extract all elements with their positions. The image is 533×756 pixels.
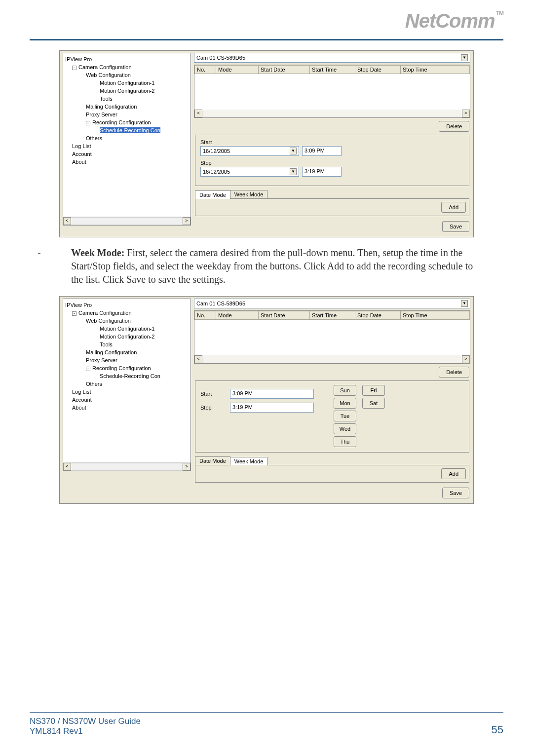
stop-time-input[interactable]: 3:19 PM: [230, 403, 314, 413]
col-mode[interactable]: Mode: [216, 311, 259, 320]
tree-web-config[interactable]: Web Configuration: [65, 317, 190, 325]
camera-select[interactable]: Cam 01 CS-589D65 ▼: [194, 299, 470, 308]
scroll-track[interactable]: [202, 110, 462, 117]
tree-schedule[interactable]: Schedule-Recording Con: [65, 126, 190, 134]
add-button[interactable]: Add: [441, 202, 466, 213]
chevron-down-icon[interactable]: ▼: [461, 54, 468, 61]
col-start-time[interactable]: Start Time: [310, 311, 355, 320]
scroll-track[interactable]: [71, 217, 183, 225]
scroll-left-icon[interactable]: <: [63, 217, 71, 225]
tree-tools[interactable]: Tools: [65, 340, 190, 348]
delete-button[interactable]: Delete: [439, 367, 469, 378]
delete-button[interactable]: Delete: [439, 121, 469, 132]
tab-week-mode[interactable]: Week Mode: [230, 457, 268, 465]
tab-date-mode[interactable]: Date Mode: [195, 456, 230, 465]
col-start-date[interactable]: Start Date: [259, 65, 310, 74]
footer-rev: YML814 Rev1: [30, 726, 141, 736]
table-header: No. Mode Start Date Start Time Stop Date…: [194, 311, 470, 320]
camera-select[interactable]: Cam 01 CS-589D65 ▼: [194, 53, 470, 63]
tree-camera-config[interactable]: -Camera Configuration: [65, 309, 190, 317]
start-label: Start: [200, 139, 464, 145]
tree-motion-2[interactable]: Motion Configuration-2: [65, 87, 190, 95]
scroll-left-icon[interactable]: <: [63, 463, 71, 471]
day-sat[interactable]: Sat: [362, 398, 385, 409]
col-no[interactable]: No.: [194, 65, 216, 74]
start-date-input[interactable]: 16/12/2005 ▼: [200, 146, 299, 156]
tab-week-mode[interactable]: Week Mode: [230, 190, 268, 198]
nav-tree[interactable]: IPView Pro -Camera Configuration Web Con…: [63, 299, 191, 471]
tree-web-config[interactable]: Web Configuration: [65, 71, 190, 79]
chevron-down-icon[interactable]: ▼: [290, 148, 297, 154]
scroll-right-icon[interactable]: >: [183, 463, 190, 471]
brand-tm: TM: [496, 10, 503, 17]
tab-panel: Add: [195, 465, 469, 483]
chevron-down-icon[interactable]: ▼: [461, 300, 468, 307]
tree-camera-config[interactable]: -Camera Configuration: [65, 63, 190, 71]
tab-date-mode[interactable]: Date Mode: [195, 190, 230, 199]
save-button[interactable]: Save: [442, 488, 469, 498]
collapse-icon[interactable]: -: [72, 66, 76, 70]
day-wed[interactable]: Wed: [334, 423, 356, 434]
tree-motion-1[interactable]: Motion Configuration-1: [65, 325, 190, 333]
tree-mailing[interactable]: Mailing Configuration: [65, 348, 190, 356]
col-stop-date[interactable]: Stop Date: [355, 65, 401, 74]
tree-log[interactable]: Log List: [65, 388, 190, 396]
scroll-right-icon[interactable]: >: [183, 217, 190, 225]
tree-mailing[interactable]: Mailing Configuration: [65, 103, 190, 111]
tree-schedule[interactable]: Schedule-Recording Con: [65, 372, 190, 380]
col-no[interactable]: No.: [194, 311, 216, 320]
col-stop-time[interactable]: Stop Time: [401, 311, 470, 320]
tab-panel: Add: [195, 198, 469, 216]
col-mode[interactable]: Mode: [216, 65, 259, 74]
chevron-down-icon[interactable]: ▼: [290, 168, 297, 175]
tree-proxy[interactable]: Proxy Server: [65, 356, 190, 364]
day-sun[interactable]: Sun: [334, 385, 356, 396]
start-time-input[interactable]: 3:09 PM: [302, 146, 342, 156]
table-scrollbar[interactable]: < >: [194, 355, 470, 363]
day-fri[interactable]: Fri: [362, 385, 385, 396]
tree-recording[interactable]: -Recording Configuration: [65, 364, 190, 372]
camera-select-value: Cam 01 CS-589D65: [196, 301, 245, 306]
table-scrollbar[interactable]: < >: [194, 110, 470, 117]
scroll-track[interactable]: [71, 463, 183, 471]
tree-others[interactable]: Others: [65, 134, 190, 142]
tree-scrollbar[interactable]: < >: [63, 462, 190, 471]
stop-label: Stop: [200, 160, 464, 166]
tree-motion-2[interactable]: Motion Configuration-2: [65, 333, 190, 340]
tree-tools[interactable]: Tools: [65, 95, 190, 103]
scroll-left-icon[interactable]: <: [194, 355, 202, 363]
scroll-right-icon[interactable]: >: [462, 110, 470, 117]
col-stop-date[interactable]: Stop Date: [355, 311, 401, 320]
col-stop-time[interactable]: Stop Time: [401, 65, 470, 74]
day-tue[interactable]: Tue: [334, 411, 356, 421]
day-mon[interactable]: Mon: [334, 398, 356, 409]
collapse-icon[interactable]: -: [86, 121, 90, 125]
stop-time-input[interactable]: 3:19 PM: [302, 167, 342, 177]
tree-motion-1[interactable]: Motion Configuration-1: [65, 79, 190, 87]
tree-account[interactable]: Account: [65, 396, 190, 404]
tree-account[interactable]: Account: [65, 150, 190, 158]
page-number: 55: [492, 723, 503, 736]
col-start-time[interactable]: Start Time: [310, 65, 355, 74]
save-button[interactable]: Save: [442, 221, 469, 232]
tree-recording[interactable]: -Recording Configuration: [65, 118, 190, 126]
nav-tree[interactable]: IPView Pro -Camera Configuration Web Con…: [63, 53, 191, 226]
tree-about[interactable]: About: [65, 158, 190, 166]
scroll-right-icon[interactable]: >: [462, 355, 470, 363]
tree-ipview[interactable]: IPView Pro: [65, 301, 190, 309]
scroll-track[interactable]: [202, 355, 462, 363]
collapse-icon[interactable]: -: [86, 367, 90, 371]
scroll-left-icon[interactable]: <: [194, 110, 202, 117]
add-button[interactable]: Add: [441, 468, 466, 479]
tree-proxy[interactable]: Proxy Server: [65, 111, 190, 118]
collapse-icon[interactable]: -: [72, 311, 76, 316]
col-start-date[interactable]: Start Date: [259, 311, 310, 320]
tree-ipview[interactable]: IPView Pro: [65, 55, 190, 63]
day-thu[interactable]: Thu: [334, 436, 356, 447]
start-time-input[interactable]: 3:09 PM: [230, 389, 314, 399]
tree-about[interactable]: About: [65, 404, 190, 412]
tree-scrollbar[interactable]: < >: [63, 217, 190, 225]
tree-log[interactable]: Log List: [65, 142, 190, 150]
tree-others[interactable]: Others: [65, 380, 190, 388]
stop-date-input[interactable]: 16/12/2005 ▼: [200, 167, 299, 177]
